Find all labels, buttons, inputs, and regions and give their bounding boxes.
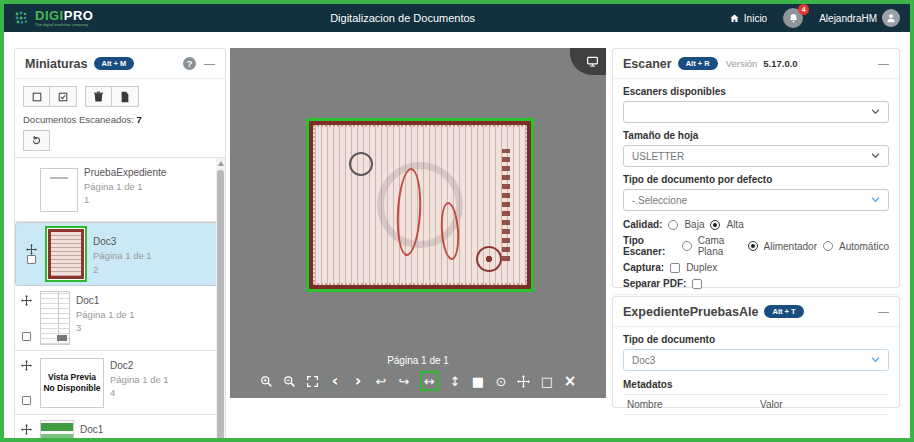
default-doc-type-label: Tipo de documento por defecto	[623, 174, 889, 185]
home-link[interactable]: Inicio	[729, 13, 767, 24]
list-item[interactable]: Vista Previa No Disponible Doc2 Página 1…	[15, 351, 225, 415]
app-window: DIGIPRO The digital evolution company Di…	[0, 0, 914, 442]
select-area-icon[interactable]: ■	[471, 373, 485, 389]
document-viewer: Página 1 de 1 ‹ › ↩ ↪ ↔ ↕ ■ ⊙ □ ×	[230, 48, 606, 398]
version-label: Versión	[726, 58, 758, 69]
doc-type-select[interactable]: Doc3	[623, 349, 889, 371]
duplex-label: Duplex	[686, 262, 717, 273]
metadata-label: Metadatos	[613, 371, 899, 394]
thumbnail-image[interactable]	[48, 229, 84, 279]
chevron-down-icon	[871, 357, 880, 363]
refresh-icon	[31, 135, 42, 146]
expediente-title: ExpedientePruebasAle	[623, 305, 758, 319]
display-mode-button[interactable]	[570, 48, 606, 75]
item-checkbox[interactable]	[22, 396, 31, 405]
target-icon[interactable]: ⊙	[494, 373, 508, 389]
feeder-radio[interactable]	[748, 241, 758, 251]
thumbnail-image[interactable]	[40, 168, 78, 212]
notifications-button[interactable]: 4	[783, 8, 803, 28]
list-item-selected[interactable]: Doc3 Página 1 de 1 2	[15, 222, 225, 286]
scanned-count-row: Documentos Escaneados: 7	[15, 111, 225, 126]
automatic-radio[interactable]	[823, 241, 833, 251]
chevron-down-icon	[871, 109, 880, 115]
page-indicator: Página 1 de 1	[230, 355, 606, 366]
chevron-down-icon	[871, 153, 880, 159]
select-all-button[interactable]	[50, 86, 77, 107]
pan-icon[interactable]	[517, 373, 531, 389]
delete-document-button[interactable]	[85, 86, 112, 107]
thumbnails-toolbar	[15, 79, 225, 111]
checkbox-checked-icon	[58, 92, 68, 102]
scroll-up-icon[interactable]	[218, 161, 224, 166]
flatbed-radio[interactable]	[682, 241, 692, 251]
quality-label: Calidad:	[623, 219, 662, 230]
thumbnail-image[interactable]	[40, 291, 70, 345]
collapse-icon[interactable]: —	[878, 58, 889, 69]
thumbnail-selected-border	[45, 226, 87, 282]
deselect-all-button[interactable]	[23, 86, 50, 107]
default-doc-type-select[interactable]: -.Seleccione	[623, 189, 889, 211]
logo-dots-icon	[14, 10, 30, 26]
feeder-label: Alimentador	[764, 241, 817, 252]
scrollbar-thumb[interactable]	[217, 170, 224, 442]
sheet-size-select[interactable]: USLETTER	[623, 145, 889, 167]
capture-label: Captura:	[623, 262, 664, 273]
thumbnail-no-preview[interactable]: Vista Previa No Disponible	[40, 358, 104, 408]
help-icon[interactable]: ?	[183, 57, 196, 70]
doc-page: Página 1 de 1	[93, 249, 216, 262]
collapse-icon[interactable]: —	[204, 58, 215, 69]
user-menu[interactable]: AlejandraHM	[819, 9, 900, 27]
doc-page: Página 1 de 1	[80, 437, 211, 442]
separate-pdf-checkbox[interactable]	[692, 279, 702, 289]
rotate-left-icon[interactable]: ↩	[374, 373, 388, 389]
duplex-checkbox[interactable]	[670, 263, 680, 273]
home-icon	[729, 13, 740, 24]
previous-page-icon[interactable]: ‹	[328, 373, 342, 389]
close-preview-icon[interactable]: ×	[563, 373, 577, 389]
crop-icon[interactable]: □	[540, 373, 554, 389]
trash-icon	[93, 91, 104, 103]
quality-high-radio[interactable]	[710, 220, 720, 230]
chevron-down-icon	[871, 197, 880, 203]
doc-index: 3	[76, 321, 211, 334]
flip-horizontal-icon[interactable]: ↔	[420, 371, 439, 391]
new-document-button[interactable]	[112, 86, 139, 107]
seal-stamp	[349, 152, 373, 176]
fit-screen-icon[interactable]	[305, 373, 319, 389]
thumbnails-panel: Miniaturas Alt + M ? —	[14, 48, 226, 440]
list-item[interactable]: Doc1 Página 1 de 1 3	[15, 286, 225, 351]
quality-high-label: Alta	[726, 219, 743, 230]
next-page-icon[interactable]: ›	[351, 373, 365, 389]
list-item[interactable]: PruebaExpediente Página 1 de 1 1	[15, 158, 225, 222]
zoom-in-icon[interactable]	[259, 373, 273, 389]
move-icon[interactable]	[21, 295, 32, 306]
move-icon[interactable]	[21, 424, 32, 435]
collapse-icon[interactable]: —	[878, 306, 889, 317]
separate-pdf-label: Separar PDF:	[623, 278, 686, 289]
flatbed-label: Cama Plana	[698, 235, 742, 257]
list-scrollbar[interactable]	[216, 158, 225, 442]
zoom-out-icon[interactable]	[282, 373, 296, 389]
list-item[interactable]: Doc1 Página 1 de 1 5	[15, 415, 225, 442]
rotate-right-icon[interactable]: ↪	[397, 373, 411, 389]
doc-name: PruebaExpediente	[84, 166, 211, 180]
default-doc-type-value: -.Seleccione	[632, 195, 687, 206]
move-icon[interactable]	[26, 244, 37, 255]
refresh-button[interactable]	[23, 130, 50, 151]
move-icon[interactable]	[21, 360, 32, 371]
document-preview[interactable]	[306, 118, 534, 292]
thumbnail-image[interactable]	[40, 420, 74, 442]
scanned-count: 7	[137, 114, 142, 125]
metadata-col-value: Valor	[756, 395, 889, 414]
flip-vertical-icon[interactable]: ↕	[448, 373, 462, 389]
page-title: Digitalizacion de Documentos	[330, 12, 475, 24]
item-checkbox[interactable]	[22, 332, 31, 341]
item-checkbox[interactable]	[27, 255, 36, 264]
avatar	[882, 9, 900, 27]
app-logo[interactable]: DIGIPRO The digital evolution company	[14, 9, 93, 27]
doc-page: Página 1 de 1	[76, 308, 211, 321]
username: AlejandraHM	[819, 13, 877, 24]
scanners-select[interactable]	[623, 101, 889, 123]
quality-low-radio[interactable]	[668, 220, 678, 230]
doc-page: Página 1 de 1	[84, 180, 211, 193]
